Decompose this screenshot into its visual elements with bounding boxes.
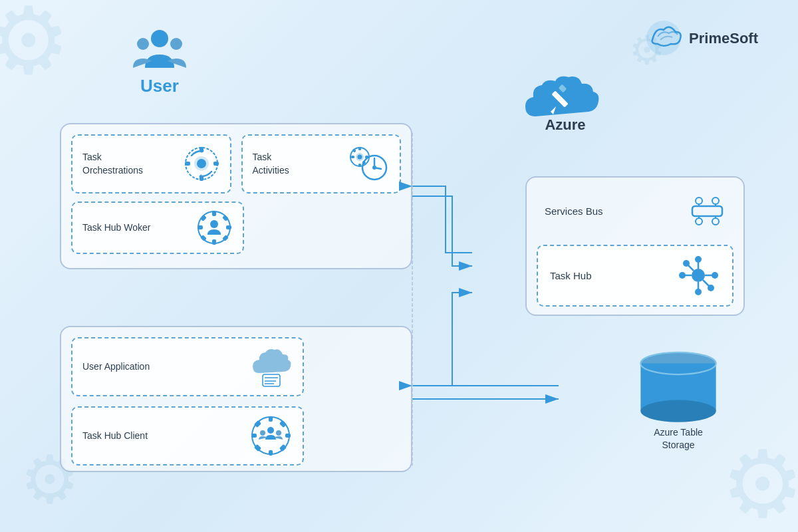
svg-rect-13: [213, 162, 219, 166]
task-orchestrations-box: Task Orchestrations: [71, 134, 231, 194]
svg-point-22: [358, 155, 362, 160]
user-application-icon: [249, 345, 293, 388]
azure-label: Azure: [545, 116, 585, 134]
svg-rect-32: [198, 225, 203, 229]
storage-label: Azure Table Storage: [654, 426, 703, 452]
svg-point-42: [696, 218, 702, 225]
client-box: User Application Task Hub Client: [60, 326, 412, 472]
svg-point-56: [695, 289, 702, 295]
logo-text: PrimeSoft: [689, 30, 758, 47]
svg-point-57: [679, 272, 686, 279]
task-hub-client-label: Task Hub Client: [82, 430, 148, 443]
svg-point-40: [696, 198, 702, 204]
services-bus-icon: [689, 193, 726, 229]
svg-rect-33: [226, 225, 231, 229]
task-orchestrations-label: Task Orchestrations: [82, 151, 143, 177]
task-activities-icon: [346, 142, 390, 186]
azure-section: Azure: [519, 66, 612, 134]
svg-point-43: [712, 218, 719, 225]
svg-rect-25: [351, 156, 354, 158]
svg-rect-30: [212, 211, 216, 216]
task-hub-client-box: Task Hub Client: [71, 406, 304, 466]
svg-point-55: [695, 256, 702, 263]
svg-point-74: [267, 427, 274, 434]
task-hub-client-icon: [249, 414, 293, 458]
azure-services-box: Services Bus Task Hub: [525, 176, 745, 316]
svg-point-38: [210, 220, 218, 228]
task-activities-box: Task Activities: [241, 134, 402, 194]
svg-point-3: [170, 38, 182, 50]
svg-rect-73: [279, 444, 287, 452]
user-application-label: User Application: [82, 360, 150, 374]
svg-rect-31: [212, 239, 216, 245]
svg-rect-67: [269, 450, 273, 456]
svg-point-9: [197, 159, 206, 168]
durable-top-row: Task Orchestrations Task Activities: [71, 134, 401, 194]
svg-rect-39: [692, 206, 722, 216]
task-hub-icon: [677, 254, 720, 297]
services-bus-row: Services Bus: [537, 188, 733, 235]
task-hub-worker-box: Task Hub Woker: [71, 201, 244, 254]
gear-decoration-tl: ⚙: [0, 0, 70, 95]
svg-point-75: [260, 430, 265, 436]
svg-point-58: [712, 272, 718, 279]
svg-point-59: [683, 260, 690, 267]
svg-rect-61: [263, 374, 280, 386]
user-application-box: User Application: [71, 337, 304, 396]
task-hub-worker-icon: [196, 209, 233, 246]
services-bus-label: Services Bus: [545, 205, 603, 217]
azure-table-storage-box: Azure Table Storage: [612, 346, 745, 452]
svg-rect-66: [269, 416, 273, 422]
svg-rect-24: [358, 164, 361, 167]
svg-point-41: [712, 198, 719, 204]
svg-point-2: [137, 38, 149, 50]
task-hub-label: Task Hub: [550, 270, 592, 281]
svg-point-76: [276, 430, 281, 436]
user-section: User: [133, 27, 186, 96]
logo-icon: [646, 20, 682, 57]
user-label: User: [140, 76, 179, 96]
svg-rect-68: [251, 434, 257, 438]
svg-rect-71: [279, 420, 287, 428]
durable-functions-box: Task Orchestrations Task Activities: [60, 123, 412, 269]
svg-rect-34: [200, 215, 207, 221]
logo: PrimeSoft: [646, 20, 758, 57]
azure-storage-icon: [612, 346, 745, 426]
svg-point-60: [708, 285, 714, 291]
task-orchestrations-icon: [184, 146, 220, 182]
svg-rect-23: [358, 147, 361, 150]
task-activities-label: Task Activities: [253, 151, 289, 177]
svg-point-1: [151, 30, 168, 47]
user-icon: [133, 27, 186, 73]
task-hub-inner-box: Task Hub: [537, 245, 733, 307]
task-hub-worker-label: Task Hub Woker: [82, 221, 150, 235]
svg-rect-12: [185, 162, 190, 166]
svg-rect-69: [285, 434, 291, 438]
svg-rect-26: [365, 156, 368, 158]
svg-point-79: [640, 400, 716, 422]
